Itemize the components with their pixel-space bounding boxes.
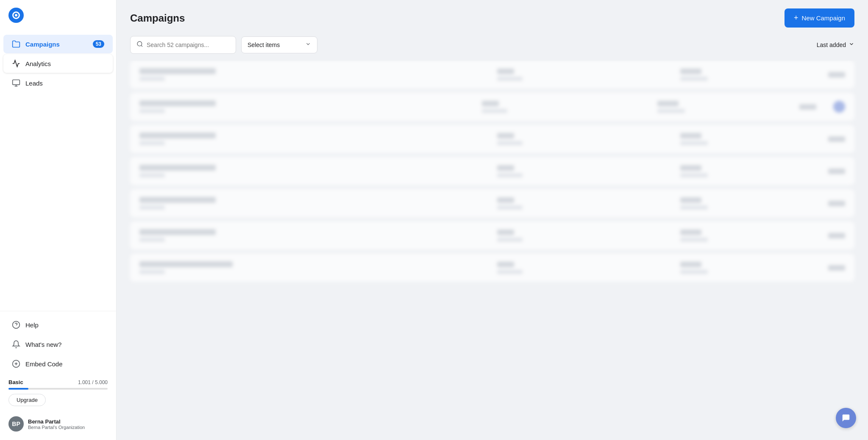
- table-row[interactable]: [130, 61, 854, 89]
- sidebar-item-leads-label: Leads: [25, 80, 43, 87]
- campaign-stat-1: [497, 197, 672, 210]
- stat-label: [482, 109, 507, 113]
- campaign-score: [828, 136, 845, 142]
- search-input[interactable]: [147, 42, 230, 48]
- campaign-sub: [139, 173, 165, 177]
- search-box[interactable]: [130, 36, 236, 54]
- user-org: Berna Partal's Organization: [28, 425, 85, 430]
- campaign-stat-1: [497, 230, 672, 242]
- stat-val: [497, 197, 514, 203]
- table-row[interactable]: [130, 157, 854, 185]
- svg-rect-0: [13, 80, 20, 85]
- status-lbl: [657, 109, 685, 113]
- score-val: [828, 136, 845, 142]
- main-header: Campaigns + New Campaign: [117, 0, 868, 36]
- logo-icon: [8, 8, 24, 23]
- campaign-score: [828, 72, 845, 77]
- stat-label: [497, 270, 523, 274]
- campaign-name: [139, 261, 233, 267]
- stat-val: [497, 133, 514, 138]
- status-val: [657, 101, 679, 106]
- campaign-sub: [139, 109, 165, 113]
- campaign-status: [680, 133, 820, 145]
- score-val: [828, 233, 845, 238]
- status-lbl: [680, 270, 708, 274]
- campaign-status: [680, 197, 820, 210]
- help-icon: [12, 321, 20, 329]
- status-lbl: [680, 173, 708, 177]
- campaigns-badge: 53: [93, 40, 104, 48]
- user-profile[interactable]: BP Berna Partal Berna Partal's Organizat…: [0, 411, 116, 437]
- sidebar: Campaigns 53 Analytics Leads: [0, 0, 117, 440]
- score-val: [828, 201, 845, 206]
- notification-dot: [833, 101, 845, 113]
- stat-val: [497, 262, 514, 267]
- analytics-icon: [12, 59, 20, 68]
- score-val: [828, 72, 845, 77]
- table-row[interactable]: [130, 189, 854, 217]
- table-row[interactable]: [130, 254, 854, 282]
- new-campaign-label: New Campaign: [801, 14, 845, 22]
- campaign-score: [828, 265, 845, 271]
- stat-val: [482, 101, 499, 106]
- select-items-dropdown[interactable]: Select items: [241, 36, 317, 53]
- status-val: [680, 230, 701, 235]
- sidebar-item-help-label: Help: [25, 321, 39, 329]
- plan-progress-fill: [8, 388, 28, 390]
- select-items-label: Select items: [248, 42, 280, 48]
- svg-line-9: [141, 45, 142, 47]
- sidebar-item-embed-code[interactable]: Embed Code: [3, 354, 113, 373]
- sidebar-item-campaigns[interactable]: Campaigns 53: [3, 35, 113, 53]
- score-val: [828, 169, 845, 174]
- stat-label: [497, 77, 523, 81]
- campaign-name: [139, 197, 216, 203]
- sort-label: Last added: [817, 42, 846, 48]
- campaign-name-block: [139, 68, 489, 81]
- campaign-stat-1: [497, 165, 672, 177]
- avatar-initials: BP: [12, 421, 20, 427]
- plan-name: Basic: [8, 379, 23, 385]
- campaign-sub: [139, 77, 165, 81]
- upgrade-button[interactable]: Upgrade: [8, 394, 46, 406]
- campaign-name-block: [139, 229, 489, 242]
- campaign-status: [680, 262, 820, 274]
- campaign-name: [139, 100, 216, 106]
- campaign-status: [680, 165, 820, 177]
- status-lbl: [680, 238, 708, 242]
- embed-icon: [12, 360, 20, 368]
- sidebar-item-whats-new-label: What's new?: [25, 341, 61, 348]
- campaign-name-block: [139, 197, 489, 210]
- table-row[interactable]: [130, 125, 854, 153]
- new-campaign-button[interactable]: + New Campaign: [785, 8, 854, 28]
- status-val: [680, 197, 701, 203]
- sort-control[interactable]: Last added: [817, 41, 854, 49]
- chevron-down-icon: [305, 41, 311, 49]
- search-icon: [136, 41, 143, 49]
- plan-progress-bar: [8, 388, 108, 390]
- status-val: [680, 262, 701, 267]
- sidebar-nav: Campaigns 53 Analytics Leads: [0, 30, 116, 311]
- sidebar-item-whats-new[interactable]: What's new?: [3, 335, 113, 354]
- campaign-name: [139, 165, 216, 171]
- stat-label: [497, 238, 523, 242]
- sidebar-item-analytics[interactable]: Analytics: [3, 54, 113, 73]
- campaign-sub: [139, 141, 165, 145]
- stat-label: [497, 173, 523, 177]
- avatar: BP: [8, 416, 24, 432]
- campaign-stat-1: [497, 262, 672, 274]
- sidebar-bottom: Help What's new? Embed Code: [0, 311, 116, 440]
- table-row[interactable]: [130, 93, 854, 121]
- sidebar-item-leads[interactable]: Leads: [3, 74, 113, 92]
- table-row[interactable]: [130, 221, 854, 249]
- status-val: [680, 133, 701, 138]
- campaign-name-block: [139, 261, 489, 274]
- sort-chevron-icon: [849, 41, 854, 49]
- user-name: Berna Partal: [28, 418, 85, 425]
- sidebar-item-embed-code-label: Embed Code: [25, 360, 63, 368]
- logo[interactable]: [0, 0, 116, 30]
- chat-bubble-button[interactable]: [836, 408, 856, 428]
- campaign-name: [139, 229, 216, 235]
- campaign-status: [657, 101, 791, 113]
- plan-usage: 1.001 / 5.000: [78, 379, 108, 385]
- sidebar-item-help[interactable]: Help: [3, 315, 113, 334]
